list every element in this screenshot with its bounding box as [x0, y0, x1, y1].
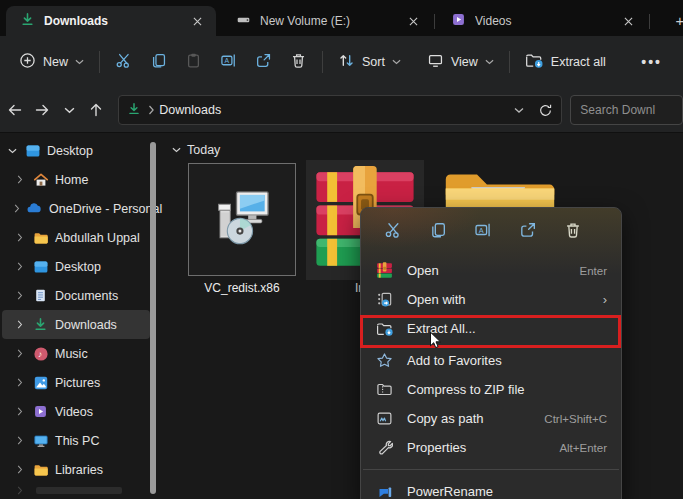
extract-all-icon: [525, 52, 544, 72]
sidebar-item-downloads[interactable]: Downloads: [2, 310, 150, 339]
chevron-collapsed-icon[interactable]: [14, 465, 26, 474]
refresh-icon[interactable]: [538, 103, 553, 118]
address-bar[interactable]: Downloads: [118, 95, 562, 125]
search-box[interactable]: [570, 95, 683, 125]
sidebar-item-music[interactable]: ♪ Music: [2, 339, 150, 368]
sidebar-item-desktop-top[interactable]: Desktop: [2, 136, 150, 165]
menu-item-shortcut: Enter: [580, 265, 608, 277]
pc-icon: [32, 432, 49, 449]
new-button[interactable]: New: [10, 45, 93, 79]
file-label[interactable]: VC_redist.x86: [188, 281, 296, 295]
sidebar-item-pictures[interactable]: Pictures: [2, 368, 150, 397]
onedrive-icon: [26, 200, 43, 217]
new-tab-button[interactable]: +: [670, 10, 683, 30]
menu-item-add-to-favorites[interactable]: Add to Favorites: [361, 346, 621, 375]
group-header-label: Today: [187, 143, 220, 157]
back-button[interactable]: [3, 97, 27, 123]
see-more-button[interactable]: •••: [632, 45, 671, 79]
breadcrumb[interactable]: Downloads: [159, 103, 221, 117]
sidebar-item-home[interactable]: Home: [2, 165, 150, 194]
chevron-collapsed-icon[interactable]: [14, 291, 26, 300]
chevron-collapsed-icon[interactable]: [14, 320, 26, 329]
chevron-collapsed-icon[interactable]: [14, 378, 26, 387]
sidebar-item-documents[interactable]: Documents: [2, 281, 150, 310]
sidebar-item-this-pc[interactable]: This PC: [2, 426, 150, 455]
menu-item-open[interactable]: Open Enter: [361, 256, 621, 285]
tab-bar: Downloads New Volume (E:) Videos +: [0, 0, 683, 36]
sort-button[interactable]: Sort: [329, 45, 410, 79]
chevron-collapsed-icon[interactable]: [14, 204, 20, 213]
address-dropdown-icon[interactable]: [514, 107, 524, 114]
menu-item-powerrename[interactable]: PowerRename: [361, 477, 621, 499]
sidebar-item-libraries[interactable]: Libraries: [2, 455, 150, 484]
tab-videos[interactable]: Videos: [437, 6, 647, 36]
plus-circle-icon: [19, 52, 36, 72]
chevron-collapsed-icon[interactable]: [14, 175, 26, 184]
sidebar-item-label: OneDrive - Personal: [49, 202, 162, 216]
music-icon: ♪: [32, 345, 49, 362]
tab-label: Videos: [475, 14, 610, 28]
tab-new-volume[interactable]: New Volume (E:): [222, 6, 432, 36]
copy-icon[interactable]: [426, 218, 450, 242]
copy-button[interactable]: [141, 45, 176, 79]
sidebar-item-partial[interactable]: [2, 484, 150, 496]
desktop-icon: [24, 142, 41, 159]
recent-locations-button[interactable]: [57, 97, 81, 123]
close-icon[interactable]: [404, 12, 422, 30]
copy-icon: [150, 52, 167, 72]
file-vc-redist[interactable]: [188, 163, 296, 276]
sidebar-item-desktop[interactable]: Desktop: [2, 252, 150, 281]
rename-icon[interactable]: A: [471, 218, 495, 242]
menu-item-open-with[interactable]: Open with ›: [361, 285, 621, 314]
rename-button[interactable]: A: [211, 45, 246, 79]
menu-item-extract-all[interactable]: Extract All...: [361, 314, 621, 343]
share-icon[interactable]: [516, 218, 540, 242]
menu-item-copy-as-path[interactable]: Copy as path Ctrl+Shift+C: [361, 404, 621, 433]
menu-item-label: Extract All...: [407, 321, 607, 336]
close-icon[interactable]: [188, 12, 206, 30]
menu-item-label: PowerRename: [407, 484, 607, 499]
group-header-today[interactable]: Today: [172, 143, 220, 157]
extract-all-button[interactable]: Extract all: [516, 45, 615, 79]
sidebar-item-onedrive[interactable]: OneDrive - Personal: [2, 194, 150, 223]
menu-item-shortcut: Ctrl+Shift+C: [544, 413, 607, 425]
menu-item-properties[interactable]: Properties Alt+Enter: [361, 433, 621, 462]
chevron-collapsed-icon: [14, 486, 26, 495]
extract-all-label: Extract all: [551, 55, 606, 69]
sidebar-item-videos[interactable]: Videos: [2, 397, 150, 426]
powerrename-icon: [375, 483, 394, 499]
delete-button[interactable]: [281, 45, 316, 79]
forward-button[interactable]: [30, 97, 54, 123]
chevron-collapsed-icon[interactable]: [14, 349, 26, 358]
context-menu: A Open Enter Open with ›: [360, 207, 622, 499]
tab-downloads[interactable]: Downloads: [6, 6, 216, 36]
copy-path-icon: [375, 410, 394, 428]
cut-button[interactable]: [106, 45, 141, 79]
cut-icon: [115, 52, 132, 72]
view-button[interactable]: View: [418, 45, 503, 79]
sidebar-item-label: Home: [55, 173, 88, 187]
tab-separator: [649, 14, 650, 29]
chevron-collapsed-icon[interactable]: [14, 436, 26, 445]
menu-item-label: Properties: [407, 440, 551, 455]
chevron-collapsed-icon[interactable]: [14, 262, 26, 271]
menu-item-compress-zip[interactable]: Compress to ZIP file: [361, 375, 621, 404]
up-button[interactable]: [84, 97, 108, 123]
sidebar-scrollbar[interactable]: [150, 142, 156, 494]
close-icon[interactable]: [619, 12, 637, 30]
extract-icon: [375, 320, 394, 338]
delete-icon[interactable]: [561, 218, 585, 242]
search-input[interactable]: [580, 103, 673, 117]
chevron-expanded-icon[interactable]: [6, 148, 18, 154]
cut-icon[interactable]: [381, 218, 405, 242]
open-with-icon: [375, 291, 394, 309]
chevron-collapsed-icon[interactable]: [14, 407, 26, 416]
paste-button[interactable]: [176, 45, 211, 79]
rename-icon: A: [220, 52, 237, 72]
sidebar-item-label: Desktop: [55, 260, 101, 274]
tab-separator: [434, 14, 435, 29]
sidebar-item-user-folder[interactable]: Abdullah Uppal: [2, 223, 150, 252]
address-row: Downloads: [0, 88, 683, 133]
chevron-collapsed-icon[interactable]: [14, 233, 26, 242]
share-button[interactable]: [246, 45, 281, 79]
